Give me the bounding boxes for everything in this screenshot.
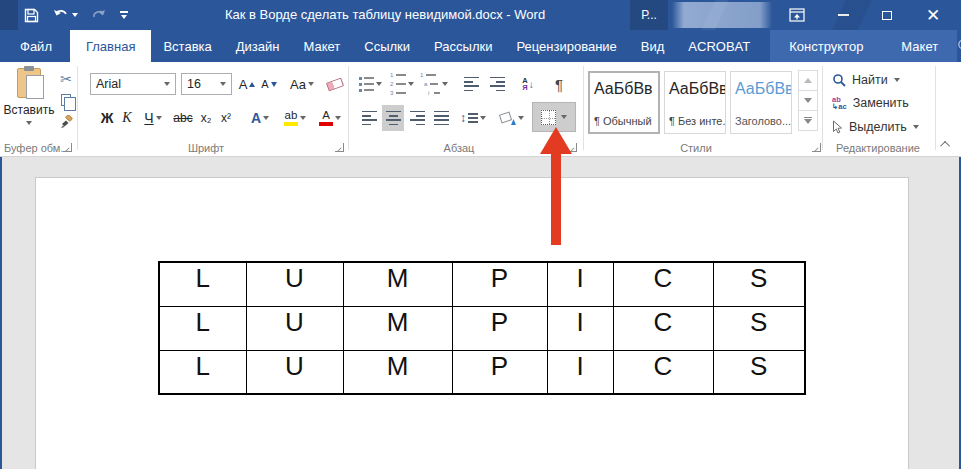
tell-me-button[interactable]: Помощн xyxy=(957,39,961,54)
cut-button[interactable]: ✂ xyxy=(56,70,76,88)
table-cell[interactable]: C xyxy=(613,350,713,394)
paragraph-group-label: Абзац xyxy=(348,142,570,154)
text-effects-button[interactable]: А xyxy=(245,105,275,131)
shrink-font-button[interactable]: А xyxy=(259,73,279,95)
shading-button[interactable] xyxy=(494,105,528,131)
tab-mailings[interactable]: Рассылки xyxy=(422,30,504,62)
table-cell[interactable]: I xyxy=(547,262,613,306)
font-color-button[interactable]: А xyxy=(315,105,345,131)
text-highlight-button[interactable]: ab xyxy=(279,105,311,131)
line-spacing-caret-icon xyxy=(480,116,486,120)
tab-table-design[interactable]: Конструктор xyxy=(770,30,882,62)
style-card-no-spacing[interactable]: АаБбВв ¶ Без инте... xyxy=(664,71,726,134)
replace-button[interactable]: ab↳ac Заменить xyxy=(832,93,909,113)
undo-icon xyxy=(53,9,69,21)
account-button[interactable]: Р... xyxy=(630,0,668,30)
table-cell[interactable]: M xyxy=(343,306,452,350)
underline-button[interactable]: Ч xyxy=(139,105,167,131)
bold-button[interactable]: Ж xyxy=(99,105,115,131)
table-cell[interactable]: I xyxy=(547,350,613,394)
select-button[interactable]: Выделить xyxy=(832,117,919,137)
style-card-normal[interactable]: АаБбВв ¶ Обычный xyxy=(588,71,660,134)
italic-button[interactable]: К xyxy=(119,105,135,131)
table-cell[interactable]: U xyxy=(246,262,343,306)
subscript-button[interactable]: x₂ xyxy=(197,105,215,131)
ribbon: Вставить ✂ Буфер обм... Arial 16 xyxy=(0,62,961,157)
style-gallery-more-button[interactable] xyxy=(798,110,818,131)
multilevel-list-button[interactable]: 1 a i xyxy=(420,73,448,95)
table-cell[interactable]: S xyxy=(713,350,805,394)
font-size-select[interactable]: 16 xyxy=(181,73,232,95)
borders-caret-icon xyxy=(561,115,567,119)
grow-font-button[interactable]: А xyxy=(237,73,257,95)
tab-review[interactable]: Рецензирование xyxy=(504,30,628,62)
line-spacing-button[interactable]: ↕ xyxy=(458,105,488,131)
table-cell[interactable]: M xyxy=(343,262,452,306)
table-cell[interactable]: L xyxy=(159,350,246,394)
superscript-button[interactable]: x² xyxy=(217,105,235,131)
collapse-ribbon-button[interactable] xyxy=(938,137,954,151)
align-right-button[interactable] xyxy=(406,105,428,131)
table-cell[interactable]: P xyxy=(452,350,547,394)
tab-design[interactable]: Дизайн xyxy=(224,30,292,62)
ribbon-display-options-button[interactable] xyxy=(782,0,812,30)
table-cell[interactable]: S xyxy=(713,262,805,306)
change-case-button[interactable]: Aa xyxy=(288,73,316,95)
align-left-button[interactable] xyxy=(358,105,380,131)
table-cell[interactable]: I xyxy=(547,306,613,350)
numbering-button[interactable]: 1 2 3 xyxy=(388,73,416,95)
table-cell[interactable]: C xyxy=(613,306,713,350)
justify-button[interactable] xyxy=(430,105,452,131)
undo-button[interactable] xyxy=(53,9,78,21)
font-family-caret-icon xyxy=(164,82,170,86)
strikethrough-button[interactable]: abc xyxy=(171,105,195,131)
sort-button[interactable]: А Я ↓ xyxy=(516,73,540,95)
find-button[interactable]: Найти xyxy=(832,70,900,90)
copy-button[interactable] xyxy=(56,91,76,109)
format-painter-button[interactable] xyxy=(56,113,76,131)
font-dialog-launcher[interactable] xyxy=(335,143,344,152)
clear-formatting-button[interactable] xyxy=(324,73,346,95)
font-family-select[interactable]: Arial xyxy=(90,73,176,95)
table-cell[interactable]: L xyxy=(159,306,246,350)
bullets-button[interactable] xyxy=(356,73,384,95)
tab-table-layout[interactable]: Макет xyxy=(882,30,957,62)
tab-acrobat[interactable]: ACROBAT xyxy=(676,30,762,62)
table-cell[interactable]: S xyxy=(713,306,805,350)
customize-quick-access-button[interactable] xyxy=(120,11,128,19)
paste-button[interactable]: Вставить xyxy=(5,66,53,140)
tab-references[interactable]: Ссылки xyxy=(352,30,422,62)
group-divider xyxy=(935,66,936,150)
style-card-heading[interactable]: АаБбВв Заголово... xyxy=(730,71,792,134)
save-button[interactable] xyxy=(24,8,39,23)
tab-home[interactable]: Главная xyxy=(70,30,151,62)
styles-dialog-launcher[interactable] xyxy=(812,143,821,152)
table-cell[interactable]: P xyxy=(452,262,547,306)
app-icon-corner[interactable] xyxy=(0,0,18,30)
highlight-caret-icon xyxy=(300,116,306,120)
align-center-button[interactable] xyxy=(382,105,404,131)
table-cell[interactable]: U xyxy=(246,350,343,394)
table-cell[interactable]: L xyxy=(159,262,246,306)
style-scroll-up-button[interactable] xyxy=(798,70,818,91)
close-button[interactable]: ✕ xyxy=(916,0,950,30)
table-cell[interactable]: M xyxy=(343,350,452,394)
table-cell[interactable]: C xyxy=(613,262,713,306)
table-cell[interactable]: U xyxy=(246,306,343,350)
style-scroll-down-button[interactable] xyxy=(798,90,818,111)
document-page[interactable]: L U M P I C S L U M P I C xyxy=(35,177,909,469)
tab-view[interactable]: Вид xyxy=(629,30,677,62)
table-cell[interactable]: P xyxy=(452,306,547,350)
show-paragraph-marks-button[interactable]: ¶ xyxy=(548,73,570,95)
tab-insert[interactable]: Вставка xyxy=(151,30,223,62)
redo-button[interactable] xyxy=(92,9,106,21)
strikethrough-label: abc xyxy=(173,111,192,125)
increase-indent-button[interactable] xyxy=(486,73,508,95)
decrease-indent-button[interactable] xyxy=(460,73,482,95)
tab-file[interactable]: Файл xyxy=(2,30,70,62)
maximize-button[interactable] xyxy=(872,0,902,30)
minimize-button[interactable] xyxy=(828,0,858,30)
table-row: L U M P I C S xyxy=(159,350,805,394)
tab-layout[interactable]: Макет xyxy=(291,30,352,62)
clipboard-dialog-launcher[interactable] xyxy=(63,143,72,152)
